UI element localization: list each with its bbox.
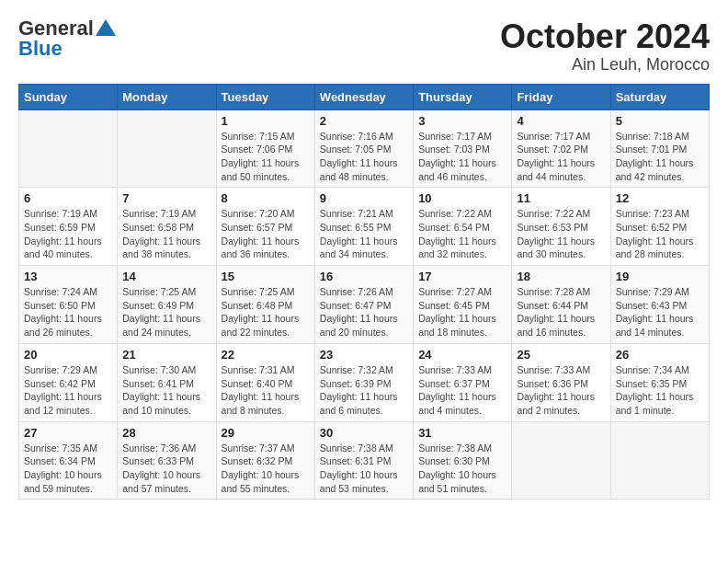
week-row-1: 1Sunrise: 7:15 AM Sunset: 7:06 PM Daylig… — [19, 109, 710, 188]
day-number: 13 — [24, 270, 112, 283]
day-cell — [512, 421, 610, 500]
day-cell: 27Sunrise: 7:35 AM Sunset: 6:34 PM Dayli… — [19, 421, 118, 500]
day-number: 10 — [418, 191, 506, 205]
day-number: 14 — [122, 270, 210, 283]
day-info: Sunrise: 7:16 AM Sunset: 7:05 PM Dayligh… — [320, 130, 408, 184]
location-title: Ain Leuh, Morocco — [500, 55, 710, 75]
day-cell: 26Sunrise: 7:34 AM Sunset: 6:35 PM Dayli… — [610, 343, 709, 421]
day-cell: 30Sunrise: 7:38 AM Sunset: 6:31 PM Dayli… — [314, 421, 413, 500]
day-number: 6 — [24, 191, 112, 205]
day-info: Sunrise: 7:20 AM Sunset: 6:57 PM Dayligh… — [222, 207, 310, 261]
day-number: 28 — [122, 426, 210, 440]
day-info: Sunrise: 7:19 AM Sunset: 6:58 PM Dayligh… — [122, 207, 210, 261]
calendar-header-row: SundayMondayTuesdayWednesdayThursdayFrid… — [19, 84, 710, 109]
day-info: Sunrise: 7:35 AM Sunset: 6:34 PM Dayligh… — [24, 442, 112, 496]
day-number: 22 — [222, 348, 310, 362]
day-cell: 18Sunrise: 7:28 AM Sunset: 6:44 PM Dayli… — [512, 266, 610, 344]
day-cell: 23Sunrise: 7:32 AM Sunset: 6:39 PM Dayli… — [314, 343, 413, 421]
day-number: 21 — [122, 348, 210, 362]
day-number: 16 — [320, 270, 408, 283]
day-cell: 4Sunrise: 7:17 AM Sunset: 7:02 PM Daylig… — [512, 109, 610, 188]
day-cell: 6Sunrise: 7:19 AM Sunset: 6:59 PM Daylig… — [19, 188, 118, 266]
column-header-monday: Monday — [118, 84, 216, 109]
day-info: Sunrise: 7:26 AM Sunset: 6:47 PM Dayligh… — [320, 285, 408, 339]
day-cell: 14Sunrise: 7:25 AM Sunset: 6:49 PM Dayli… — [118, 266, 216, 344]
day-number: 12 — [616, 191, 704, 205]
day-cell: 28Sunrise: 7:36 AM Sunset: 6:33 PM Dayli… — [118, 421, 216, 500]
day-info: Sunrise: 7:30 AM Sunset: 6:41 PM Dayligh… — [122, 363, 210, 418]
column-header-saturday: Saturday — [610, 84, 709, 109]
day-cell: 20Sunrise: 7:29 AM Sunset: 6:42 PM Dayli… — [19, 343, 118, 421]
column-header-friday: Friday — [512, 84, 610, 109]
day-cell: 31Sunrise: 7:38 AM Sunset: 6:30 PM Dayli… — [414, 421, 512, 500]
day-cell: 9Sunrise: 7:21 AM Sunset: 6:55 PM Daylig… — [314, 188, 413, 266]
day-number: 17 — [418, 270, 506, 283]
day-cell: 16Sunrise: 7:26 AM Sunset: 6:47 PM Dayli… — [314, 266, 413, 344]
day-info: Sunrise: 7:24 AM Sunset: 6:50 PM Dayligh… — [24, 285, 112, 339]
day-number: 24 — [418, 348, 506, 362]
day-number: 15 — [222, 270, 310, 283]
day-number: 1 — [222, 114, 310, 128]
day-number: 4 — [517, 114, 605, 128]
day-info: Sunrise: 7:29 AM Sunset: 6:42 PM Dayligh… — [24, 363, 112, 418]
day-info: Sunrise: 7:38 AM Sunset: 6:30 PM Dayligh… — [418, 442, 506, 496]
calendar-table: SundayMondayTuesdayWednesdayThursdayFrid… — [18, 84, 710, 500]
column-header-wednesday: Wednesday — [314, 84, 413, 109]
day-info: Sunrise: 7:17 AM Sunset: 7:03 PM Dayligh… — [418, 130, 506, 184]
title-block: October 2024 Ain Leuh, Morocco — [500, 18, 710, 75]
column-header-tuesday: Tuesday — [216, 84, 314, 109]
day-number: 9 — [320, 191, 408, 205]
day-info: Sunrise: 7:32 AM Sunset: 6:39 PM Dayligh… — [320, 363, 408, 418]
day-number: 11 — [517, 191, 605, 205]
day-number: 5 — [616, 114, 704, 128]
logo-general-text: General — [18, 18, 94, 39]
day-cell: 25Sunrise: 7:33 AM Sunset: 6:36 PM Dayli… — [512, 343, 610, 421]
day-cell: 3Sunrise: 7:17 AM Sunset: 7:03 PM Daylig… — [414, 109, 512, 188]
week-row-2: 6Sunrise: 7:19 AM Sunset: 6:59 PM Daylig… — [19, 188, 710, 266]
day-info: Sunrise: 7:28 AM Sunset: 6:44 PM Dayligh… — [517, 285, 605, 339]
day-number: 30 — [320, 426, 408, 440]
day-info: Sunrise: 7:22 AM Sunset: 6:54 PM Dayligh… — [418, 207, 506, 261]
logo: General Blue — [18, 18, 116, 59]
day-number: 8 — [222, 191, 310, 205]
day-info: Sunrise: 7:34 AM Sunset: 6:35 PM Dayligh… — [616, 363, 704, 418]
day-number: 23 — [320, 348, 408, 362]
day-info: Sunrise: 7:29 AM Sunset: 6:43 PM Dayligh… — [616, 285, 704, 339]
day-cell: 7Sunrise: 7:19 AM Sunset: 6:58 PM Daylig… — [118, 188, 216, 266]
week-row-3: 13Sunrise: 7:24 AM Sunset: 6:50 PM Dayli… — [19, 266, 710, 344]
day-cell: 11Sunrise: 7:22 AM Sunset: 6:53 PM Dayli… — [512, 188, 610, 266]
day-info: Sunrise: 7:21 AM Sunset: 6:55 PM Dayligh… — [320, 207, 408, 261]
day-info: Sunrise: 7:38 AM Sunset: 6:31 PM Dayligh… — [320, 442, 408, 496]
day-cell: 5Sunrise: 7:18 AM Sunset: 7:01 PM Daylig… — [610, 109, 709, 188]
day-number: 20 — [24, 348, 112, 362]
day-cell: 15Sunrise: 7:25 AM Sunset: 6:48 PM Dayli… — [216, 266, 314, 344]
day-number: 18 — [517, 270, 605, 283]
day-cell: 22Sunrise: 7:31 AM Sunset: 6:40 PM Dayli… — [216, 343, 314, 421]
day-info: Sunrise: 7:36 AM Sunset: 6:33 PM Dayligh… — [122, 442, 210, 496]
day-cell: 8Sunrise: 7:20 AM Sunset: 6:57 PM Daylig… — [216, 188, 314, 266]
day-info: Sunrise: 7:18 AM Sunset: 7:01 PM Dayligh… — [616, 130, 704, 184]
day-cell: 21Sunrise: 7:30 AM Sunset: 6:41 PM Dayli… — [118, 343, 216, 421]
day-info: Sunrise: 7:17 AM Sunset: 7:02 PM Dayligh… — [517, 130, 605, 184]
day-info: Sunrise: 7:33 AM Sunset: 6:36 PM Dayligh… — [517, 363, 605, 418]
month-title: October 2024 — [500, 18, 710, 55]
day-number: 26 — [616, 348, 704, 362]
day-number: 19 — [616, 270, 704, 283]
day-number: 3 — [418, 114, 506, 128]
day-number: 7 — [122, 191, 210, 205]
column-header-sunday: Sunday — [19, 84, 118, 109]
day-info: Sunrise: 7:33 AM Sunset: 6:37 PM Dayligh… — [418, 363, 506, 418]
column-header-thursday: Thursday — [414, 84, 512, 109]
day-cell — [610, 421, 709, 500]
day-cell: 24Sunrise: 7:33 AM Sunset: 6:37 PM Dayli… — [414, 343, 512, 421]
day-info: Sunrise: 7:37 AM Sunset: 6:32 PM Dayligh… — [222, 442, 310, 496]
day-info: Sunrise: 7:31 AM Sunset: 6:40 PM Dayligh… — [222, 363, 310, 418]
svg-marker-0 — [96, 19, 116, 36]
day-info: Sunrise: 7:25 AM Sunset: 6:49 PM Dayligh… — [122, 285, 210, 339]
day-cell: 13Sunrise: 7:24 AM Sunset: 6:50 PM Dayli… — [19, 266, 118, 344]
day-info: Sunrise: 7:25 AM Sunset: 6:48 PM Dayligh… — [222, 285, 310, 339]
day-number: 29 — [222, 426, 310, 440]
day-cell: 12Sunrise: 7:23 AM Sunset: 6:52 PM Dayli… — [610, 188, 709, 266]
logo-icon — [96, 17, 116, 38]
day-cell — [118, 109, 216, 188]
